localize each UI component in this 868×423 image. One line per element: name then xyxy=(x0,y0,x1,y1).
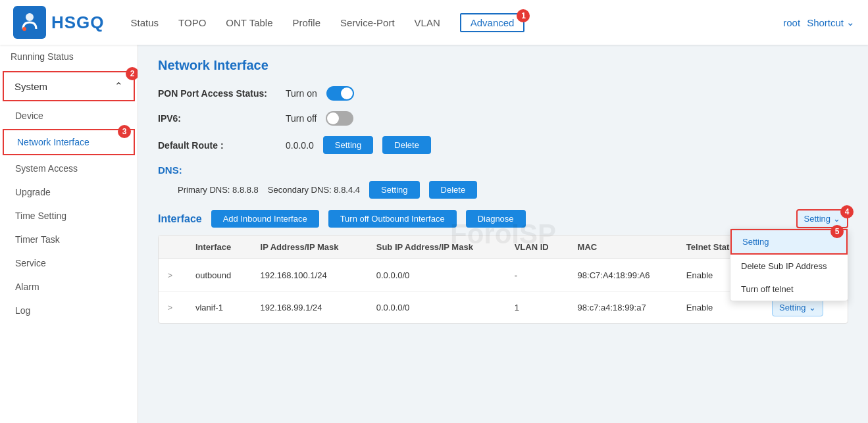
col-interface: Interface xyxy=(186,236,251,259)
sidebar-alarm[interactable]: Alarm xyxy=(0,275,138,299)
setting-dropdown-container: Setting ⌄ 4 Setting 5 Delete Sub IP Addr… xyxy=(796,209,848,228)
nav-right: root Shortcut ⌄ xyxy=(783,16,855,28)
nav-ont-table[interactable]: ONT Table xyxy=(226,14,272,31)
add-inbound-button[interactable]: Add Inbound Interface xyxy=(211,210,319,228)
cell-interface-0: outbound xyxy=(186,259,251,292)
cell-mac-1: 98:c7:a4:18:99:a7 xyxy=(569,292,677,324)
sidebar-system-access[interactable]: System Access xyxy=(0,157,138,180)
dns-row: Primary DNS: 8.8.8.8 Secondary DNS: 8.8.… xyxy=(158,181,848,199)
default-route-value: 0.0.0.0 xyxy=(286,140,314,151)
cell-sub-ip-1: 0.0.0.0/0 xyxy=(367,292,505,324)
nav-advanced[interactable]: Advanced 1 xyxy=(460,13,525,32)
pon-port-toggle[interactable] xyxy=(326,86,354,101)
pon-port-toggle-knob xyxy=(341,87,353,99)
sidebar-timer-task[interactable]: Timer Task xyxy=(0,228,138,251)
dns-label: DNS: xyxy=(158,164,848,176)
sidebar-upgrade[interactable]: Upgrade xyxy=(0,180,138,204)
sidebar-network-interface[interactable]: Network Interface 3 xyxy=(3,129,135,155)
col-ip-mask: IP Address/IP Mask xyxy=(251,236,367,259)
row-setting-dropdown-1: Setting ⌄ xyxy=(772,299,823,316)
ipv6-toggle[interactable] xyxy=(326,111,353,126)
expand-arrow-1[interactable]: > xyxy=(168,303,172,312)
primary-dns-label: Primary DNS: 8.8.8.8 xyxy=(178,185,259,195)
interface-section: Interface Add Inbound Interface Turn off… xyxy=(158,209,848,324)
secondary-dns-label: Secondary DNS: 8.8.4.4 xyxy=(268,185,360,195)
header: HSGQ Status TOPO ONT Table Profile Servi… xyxy=(0,0,868,45)
default-route-label: Default Route : xyxy=(158,140,276,151)
user-label: root xyxy=(783,17,800,28)
chevron-up-icon: ⌃ xyxy=(115,80,123,92)
dropdown-delete-sub-ip[interactable]: Delete Sub IP Address xyxy=(730,255,848,278)
nav-topo[interactable]: TOPO xyxy=(178,14,206,31)
dns-section: DNS: Primary DNS: 8.8.8.8 Secondary DNS:… xyxy=(158,164,848,199)
sidebar-time-setting[interactable]: Time Setting xyxy=(0,204,138,228)
sidebar-device[interactable]: Device xyxy=(0,104,138,128)
cell-sub-ip-0: 0.0.0.0/0 xyxy=(367,259,505,292)
nav-vlan[interactable]: VLAN xyxy=(415,14,440,31)
nav-status[interactable]: Status xyxy=(131,14,159,31)
dropdown-setting[interactable]: Setting 5 xyxy=(730,229,848,255)
interface-header: Interface Add Inbound Interface Turn off… xyxy=(158,209,848,228)
logo-text: HSGQ xyxy=(51,12,105,33)
chevron-down-icon: ⌄ xyxy=(809,303,816,312)
sidebar-system-section[interactable]: System 2 ⌃ xyxy=(3,71,135,101)
sidebar-service[interactable]: Service xyxy=(0,251,138,275)
default-route-setting-button[interactable]: Setting xyxy=(323,136,373,154)
ipv6-row: IPV6: Turn off xyxy=(158,111,848,126)
col-mac: MAC xyxy=(569,236,677,259)
logo: HSGQ xyxy=(13,6,105,39)
advanced-badge: 1 xyxy=(517,9,530,22)
pon-port-label: PON Port Access Status: xyxy=(158,88,276,99)
nav-service-port[interactable]: Service-Port xyxy=(340,14,395,31)
cell-mac-0: 98:C7:A4:18:99:A6 xyxy=(569,259,677,292)
main-content: ForoISP Network Interface PON Port Acces… xyxy=(138,45,868,423)
turn-off-outbound-button[interactable]: Turn off Outbound Interface xyxy=(328,210,457,228)
cell-vlan-0: - xyxy=(505,259,569,292)
ipv6-value: Turn off xyxy=(286,113,317,124)
chevron-down-icon: ⌄ xyxy=(833,214,840,224)
col-sub-ip-mask: Sub IP Address/IP Mask xyxy=(367,236,505,259)
dns-setting-button[interactable]: Setting xyxy=(369,181,419,199)
cell-ip-0: 192.168.100.1/24 xyxy=(251,259,367,292)
shortcut-button[interactable]: Shortcut ⌄ xyxy=(807,16,855,28)
diagnose-button[interactable]: Diagnose xyxy=(466,210,526,228)
cell-ip-1: 192.168.99.1/24 xyxy=(251,292,367,324)
ipv6-toggle-knob xyxy=(327,112,339,124)
dropdown-turn-off-telnet[interactable]: Turn off telnet xyxy=(730,278,848,301)
col-vlan-id: VLAN ID xyxy=(505,236,569,259)
col-expand xyxy=(159,236,186,259)
row-setting-btn-1[interactable]: Setting ⌄ xyxy=(772,299,823,316)
svg-point-1 xyxy=(22,27,26,31)
nav-profile[interactable]: Profile xyxy=(293,14,321,31)
layout: Running Status System 2 ⌃ Device Network… xyxy=(0,45,868,423)
dropdown-setting-badge: 5 xyxy=(830,225,844,238)
dns-delete-button[interactable]: Delete xyxy=(429,181,478,199)
sidebar-running-status[interactable]: Running Status xyxy=(0,45,138,68)
expand-arrow-0[interactable]: > xyxy=(168,271,172,280)
pon-port-row: PON Port Access Status: Turn on xyxy=(158,86,848,101)
default-route-row: Default Route : 0.0.0.0 Setting Delete xyxy=(158,136,848,154)
ipv6-label: IPV6: xyxy=(158,113,276,124)
page-title: Network Interface xyxy=(158,58,848,73)
cell-vlan-1: 1 xyxy=(505,292,569,324)
interface-title: Interface xyxy=(158,213,202,225)
sidebar: Running Status System 2 ⌃ Device Network… xyxy=(0,45,138,423)
svg-point-0 xyxy=(26,13,34,21)
main-nav: Status TOPO ONT Table Profile Service-Po… xyxy=(131,13,784,32)
cell-interface-1: vlanif-1 xyxy=(186,292,251,324)
setting-badge: 4 xyxy=(840,205,854,218)
pon-port-value: Turn on xyxy=(286,88,317,99)
system-badge: 2 xyxy=(126,67,138,80)
network-interface-badge: 3 xyxy=(118,125,131,138)
setting-dropdown-menu: Setting 5 Delete Sub IP Address Turn off… xyxy=(730,228,848,301)
logo-icon xyxy=(13,6,46,39)
default-route-delete-button[interactable]: Delete xyxy=(382,136,431,154)
sidebar-log[interactable]: Log xyxy=(0,299,138,322)
chevron-down-icon: ⌄ xyxy=(846,16,855,28)
